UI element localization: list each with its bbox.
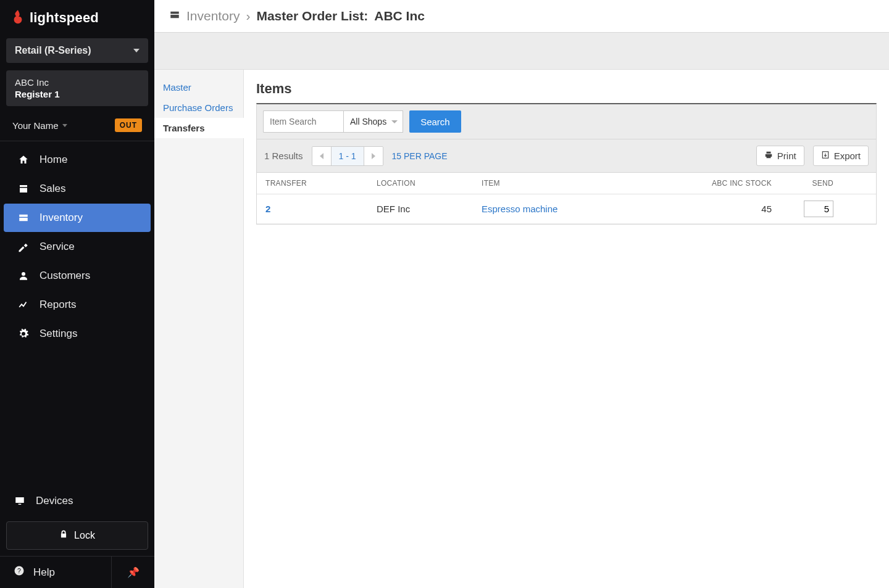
help-label: Help (33, 566, 55, 579)
nav-help[interactable]: ? Help (0, 557, 111, 588)
nav-sales[interactable]: Sales (4, 175, 151, 203)
stock-cell: 45 (679, 204, 772, 214)
nav-settings[interactable]: Settings (4, 320, 151, 348)
user-icon (17, 270, 30, 281)
brand-name: lightspeed (30, 10, 99, 26)
table-header: TRANSFER LOCATION ITEM ABC INC STOCK SEN… (257, 173, 876, 194)
shop-filter-select[interactable]: All Shops (343, 110, 403, 133)
print-button[interactable]: Print (756, 146, 804, 166)
lock-label: Lock (74, 530, 95, 541)
gear-icon (17, 328, 30, 339)
sidebar-bottom: Devices Lock ? Help 📌 (0, 487, 154, 588)
results-count: 1 Results (264, 151, 303, 161)
drawer-icon (169, 9, 180, 23)
items-heading: Items (256, 81, 877, 97)
lock-button[interactable]: Lock (6, 521, 148, 550)
nav-customers[interactable]: Customers (4, 262, 151, 290)
breadcrumb-page: Master Order List: (256, 9, 368, 23)
nav-label: Home (40, 154, 67, 166)
svg-text:?: ? (17, 567, 21, 574)
transfer-link[interactable]: 2 (265, 204, 377, 214)
col-send: SEND (772, 179, 833, 188)
user-row: Your Name OUT (0, 110, 154, 141)
results-bar: 1 Results 1 - 1 15 PER PAGE Print Ex (256, 139, 877, 173)
pager-prev-button[interactable] (312, 147, 331, 165)
nav-label: Inventory (40, 212, 83, 224)
main: Inventory › Master Order List: ABC Inc M… (154, 0, 889, 588)
chart-icon (17, 299, 30, 310)
breadcrumb-root[interactable]: Inventory (186, 9, 240, 23)
nav-inventory[interactable]: Inventory (4, 204, 151, 232)
subnav-purchase-orders[interactable]: Purchase Orders (154, 97, 243, 118)
nav-label: Devices (36, 495, 73, 507)
col-location: LOCATION (377, 179, 482, 188)
pager-next-button[interactable] (364, 147, 383, 165)
transfers-table: TRANSFER LOCATION ITEM ABC INC STOCK SEN… (256, 173, 877, 225)
col-item: ITEM (482, 179, 679, 188)
export-label: Export (834, 151, 861, 161)
chevron-down-icon (133, 49, 140, 52)
breadcrumb: Inventory › Master Order List: ABC Inc (154, 0, 889, 33)
hammer-icon (17, 241, 30, 252)
search-button[interactable]: Search (409, 110, 461, 133)
svg-point-0 (22, 272, 25, 276)
nav-reports[interactable]: Reports (4, 291, 151, 319)
print-icon (764, 151, 773, 161)
header-gap (154, 33, 889, 70)
question-icon: ? (14, 565, 25, 579)
chevron-right-icon: › (246, 9, 250, 23)
logo: lightspeed (0, 0, 154, 35)
location-cell: DEF Inc (377, 204, 482, 214)
home-icon (17, 154, 30, 165)
per-page-link[interactable]: 15 PER PAGE (392, 151, 448, 161)
product-selector-label: Retail (R-Series) (15, 45, 91, 56)
register-icon (17, 183, 30, 194)
pin-button[interactable]: 📌 (111, 557, 154, 588)
print-label: Print (777, 151, 796, 161)
product-selector[interactable]: Retail (R-Series) (6, 38, 148, 63)
nav-label: Sales (40, 183, 66, 195)
nav-home[interactable]: Home (4, 146, 151, 174)
subnav: Master Purchase Orders Transfers (154, 70, 244, 588)
pager: 1 - 1 (312, 146, 383, 166)
monitor-icon (14, 495, 26, 507)
send-input[interactable] (804, 201, 833, 217)
breadcrumb-context: ABC Inc (374, 9, 425, 23)
user-name: Your Name (12, 120, 59, 131)
nav-label: Customers (40, 270, 90, 282)
export-icon (821, 151, 830, 161)
chevron-down-icon (62, 124, 67, 127)
items-panel: Items All Shops Search 1 Results 1 - 1 (244, 70, 889, 588)
main-nav: Home Sales Inventory Service Customers R… (0, 141, 154, 487)
export-button[interactable]: Export (813, 146, 869, 166)
item-link[interactable]: Espresso machine (482, 204, 679, 214)
send-cell (772, 201, 833, 217)
table-row: 2 DEF Inc Espresso machine 45 (257, 194, 876, 224)
subnav-transfers[interactable]: Transfers (154, 118, 244, 138)
sidebar: lightspeed Retail (R-Series) ABC Inc Reg… (0, 0, 154, 588)
content: Master Purchase Orders Transfers Items A… (154, 70, 889, 588)
drawer-icon (17, 212, 30, 223)
nav-label: Reports (40, 299, 77, 311)
nav-service[interactable]: Service (4, 233, 151, 261)
col-stock: ABC INC STOCK (679, 179, 772, 188)
filter-bar: All Shops Search (256, 103, 877, 139)
nav-label: Settings (40, 328, 77, 340)
nav-devices[interactable]: Devices (0, 487, 154, 515)
account-register: Register 1 (15, 89, 140, 99)
col-transfer: TRANSFER (265, 179, 377, 188)
help-row: ? Help 📌 (0, 556, 154, 588)
pager-range: 1 - 1 (331, 147, 364, 165)
lock-icon (59, 530, 68, 541)
account-block[interactable]: ABC Inc Register 1 (6, 70, 148, 106)
nav-label: Service (40, 241, 75, 253)
item-search-input[interactable] (263, 110, 343, 133)
subnav-master[interactable]: Master (154, 77, 243, 97)
pin-icon: 📌 (127, 566, 140, 578)
account-company: ABC Inc (15, 77, 140, 88)
clock-out-badge[interactable]: OUT (115, 118, 142, 132)
shop-filter-label: All Shops (350, 117, 386, 126)
flame-icon (11, 10, 25, 26)
user-menu[interactable]: Your Name (12, 120, 67, 131)
